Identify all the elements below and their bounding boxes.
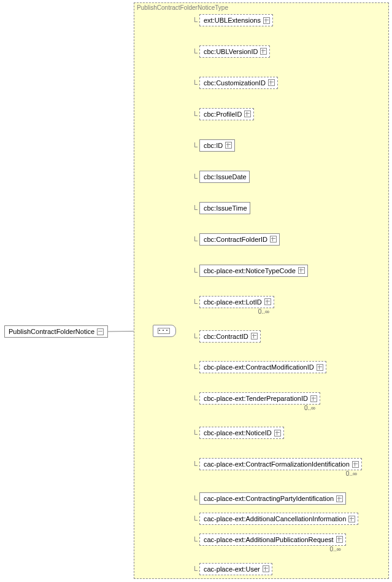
tick-mark — [194, 495, 198, 500]
tick-mark — [194, 364, 198, 369]
tick-mark — [194, 299, 198, 304]
expand-icon[interactable] — [352, 461, 359, 468]
occurrence-label: 0..∞ — [258, 308, 269, 315]
element-cfid[interactable]: cbc:ContractFolderID — [199, 233, 280, 246]
expand-icon[interactable] — [264, 298, 271, 305]
tick-mark — [194, 236, 198, 241]
sequence-compositor[interactable] — [153, 325, 176, 337]
expand-icon[interactable] — [298, 267, 305, 274]
tick-mark — [194, 566, 198, 571]
expand-icon[interactable] — [225, 142, 232, 149]
element-label: cbc-place-ext:NoticeID — [204, 429, 272, 437]
element-contrid[interactable]: cbc:ContractID — [199, 330, 261, 343]
element-label: cbc:ContractID — [204, 333, 248, 340]
root-element[interactable]: PublishContractFolderNotice — [4, 325, 108, 338]
element-label: cac-place-ext:ContractFormalizationIdent… — [204, 460, 350, 468]
element-cpi[interactable]: cac-place-ext:ContractingPartyIdentifica… — [199, 492, 346, 505]
expand-icon[interactable] — [310, 395, 317, 402]
element-label: cbc-place-ext:LotID — [204, 298, 262, 306]
expand-icon[interactable] — [270, 236, 277, 243]
element-label: cbc-place-ext:ContractModificationID — [204, 363, 314, 371]
element-cmodid[interactable]: cbc-place-ext:ContractModificationID — [199, 361, 326, 373]
tick-mark — [194, 537, 198, 541]
collapse-icon[interactable] — [97, 328, 104, 335]
element-label: cbc:ContractFolderID — [204, 236, 267, 243]
element-notcode[interactable]: cbc-place-ext:NoticeTypeCode — [199, 265, 308, 277]
element-label: cac-place-ext:User — [204, 565, 260, 573]
expand-icon[interactable] — [263, 17, 270, 24]
element-label: cbc-place-ext:TenderPreparationID — [204, 395, 308, 402]
tick-mark — [194, 430, 198, 435]
type-label: PublishContractFolderNoticeType — [137, 4, 228, 11]
tick-mark — [194, 395, 198, 400]
element-apr[interactable]: cac-place-ext:AdditionalPublicationReque… — [199, 534, 346, 546]
tick-mark — [194, 205, 198, 210]
expand-icon[interactable] — [336, 536, 343, 543]
tick-mark — [194, 142, 198, 147]
expand-icon[interactable] — [268, 79, 275, 86]
tick-mark — [194, 333, 198, 338]
element-label: cbc:ProfileID — [204, 111, 242, 118]
element-label: cbc:IssueTime — [204, 204, 247, 212]
tick-mark — [194, 80, 198, 85]
tick-mark — [194, 516, 198, 521]
element-profid[interactable]: cbc:ProfileID — [199, 108, 254, 120]
tick-mark — [194, 49, 198, 53]
element-label: cbc-place-ext:NoticeTypeCode — [204, 267, 296, 274]
expand-icon[interactable] — [348, 516, 355, 522]
element-lotid[interactable]: cbc-place-ext:LotID — [199, 296, 274, 308]
element-custid[interactable]: cbc:CustomizationID — [199, 77, 278, 89]
element-label: cbc:UBLVersionID — [204, 48, 258, 55]
tick-mark — [194, 17, 198, 22]
root-label: PublishContractFolderNotice — [9, 328, 94, 335]
element-cfi[interactable]: cac-place-ext:ContractFormalizationIdent… — [199, 458, 362, 470]
element-notid[interactable]: cbc-place-ext:NoticeID — [199, 427, 284, 439]
element-label: cac-place-ext:AdditionalPublicationReque… — [204, 536, 334, 543]
occurrence-label: 0..∞ — [304, 405, 315, 411]
expand-icon[interactable] — [244, 111, 251, 117]
occurrence-label: 0..∞ — [330, 546, 341, 553]
element-label: cbc:ID — [204, 142, 223, 149]
expand-icon[interactable] — [336, 495, 343, 502]
element-tprepid[interactable]: cbc-place-ext:TenderPreparationID — [199, 392, 320, 405]
element-aci[interactable]: cac-place-ext:AdditionalCancellationInfo… — [199, 513, 358, 525]
element-label: cbc:CustomizationID — [204, 79, 266, 87]
element-ublver[interactable]: cbc:UBLVersionID — [199, 45, 270, 58]
element-issuetime[interactable]: cbc:IssueTime — [199, 202, 250, 214]
element-ublext[interactable]: ext:UBLExtensions — [199, 14, 273, 26]
expand-icon[interactable] — [260, 48, 267, 55]
element-label: cac-place-ext:AdditionalCancellationInfo… — [204, 515, 346, 522]
expand-icon[interactable] — [274, 430, 281, 437]
element-label: ext:UBLExtensions — [204, 17, 261, 24]
element-label: cbc:IssueDate — [204, 173, 247, 180]
expand-icon[interactable] — [317, 364, 323, 371]
element-label: cac-place-ext:ContractingPartyIdentifica… — [204, 495, 334, 502]
expand-icon[interactable] — [251, 333, 258, 340]
tick-mark — [194, 461, 198, 466]
tick-mark — [194, 174, 198, 179]
expand-icon[interactable] — [263, 565, 269, 572]
tick-mark — [194, 111, 198, 116]
occurrence-label: 0..∞ — [346, 470, 357, 477]
tick-mark — [194, 268, 198, 273]
element-id[interactable]: cbc:ID — [199, 139, 235, 152]
element-user[interactable]: cac-place-ext:User — [199, 563, 272, 575]
element-issuedate[interactable]: cbc:IssueDate — [199, 171, 250, 183]
